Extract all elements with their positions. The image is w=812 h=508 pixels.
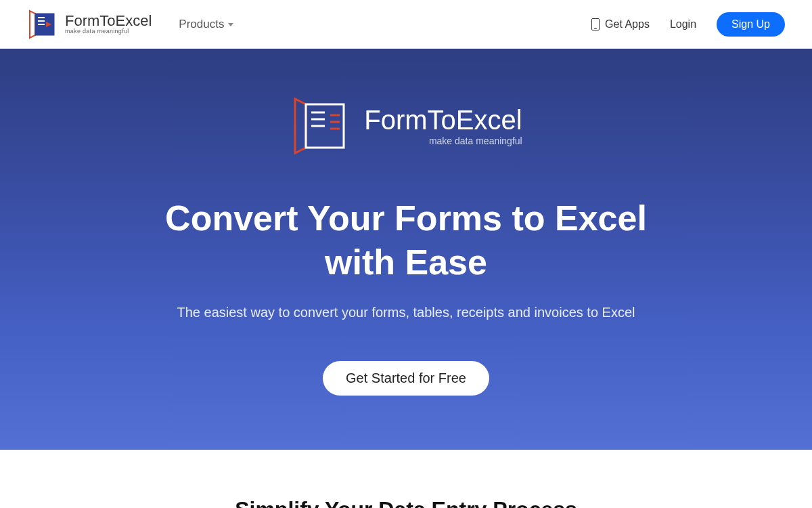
hero-logo-title: FormToExcel — [364, 106, 522, 133]
phone-icon — [591, 18, 600, 30]
navbar: FormToExcel make data meaningful Product… — [0, 0, 812, 49]
nav-get-apps[interactable]: Get Apps — [591, 18, 650, 30]
hero-logo-icon — [290, 96, 352, 156]
nav-right: Get Apps Login Sign Up — [591, 12, 785, 37]
nav-products-dropdown[interactable]: Products — [179, 18, 233, 31]
nav-products-label: Products — [179, 18, 224, 31]
get-started-button[interactable]: Get Started for Free — [323, 361, 489, 396]
logo-title: FormToExcel — [65, 14, 152, 28]
hero-logo: FormToExcel make data meaningful — [27, 96, 785, 156]
section-simplify-heading: Simplify Your Data Entry Process — [27, 497, 785, 508]
nav-get-apps-label: Get Apps — [605, 18, 650, 30]
logo-tagline: make data meaningful — [65, 28, 152, 35]
hero-subheading: The easiest way to convert your forms, t… — [27, 305, 785, 320]
hero-heading: Convert Your Forms to Excel with Ease — [135, 196, 677, 284]
nav-login-label: Login — [670, 18, 696, 30]
chevron-down-icon — [228, 23, 233, 26]
logo[interactable]: FormToExcel make data meaningful — [27, 9, 152, 39]
hero-logo-text: FormToExcel make data meaningful — [364, 106, 522, 146]
logo-icon — [27, 9, 58, 39]
nav-login[interactable]: Login — [670, 18, 696, 30]
hero-logo-tagline: make data meaningful — [429, 136, 522, 146]
section-simplify: Simplify Your Data Entry Process — [0, 450, 812, 508]
signup-button[interactable]: Sign Up — [717, 12, 785, 37]
logo-text: FormToExcel make data meaningful — [65, 14, 152, 35]
hero-section: FormToExcel make data meaningful Convert… — [0, 49, 812, 450]
